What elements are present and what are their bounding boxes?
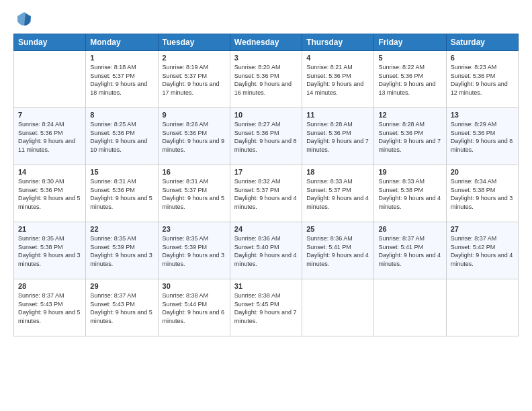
day-number: 12 xyxy=(378,111,441,119)
cell-content: Sunrise: 8:30 AMSunset: 5:36 PMDaylight:… xyxy=(18,177,81,211)
day-number: 15 xyxy=(90,168,153,176)
calendar-cell: 29Sunrise: 8:37 AMSunset: 5:43 PMDayligh… xyxy=(86,279,158,336)
day-number: 3 xyxy=(234,54,298,62)
calendar-week-row: 7Sunrise: 8:24 AMSunset: 5:36 PMDaylight… xyxy=(14,108,519,165)
cell-content: Sunrise: 8:28 AMSunset: 5:36 PMDaylight:… xyxy=(306,120,369,154)
day-number: 2 xyxy=(163,54,226,62)
calendar-cell: 23Sunrise: 8:35 AMSunset: 5:39 PMDayligh… xyxy=(158,222,230,279)
day-number: 9 xyxy=(163,111,226,119)
calendar-cell: 18Sunrise: 8:33 AMSunset: 5:37 PMDayligh… xyxy=(302,165,374,222)
day-number: 24 xyxy=(234,225,298,233)
calendar-cell: 4Sunrise: 8:21 AMSunset: 5:36 PMDaylight… xyxy=(302,51,374,108)
day-number: 10 xyxy=(234,111,298,119)
calendar-cell: 30Sunrise: 8:38 AMSunset: 5:44 PMDayligh… xyxy=(158,279,230,336)
cell-content: Sunrise: 8:37 AMSunset: 5:41 PMDaylight:… xyxy=(378,234,441,268)
calendar-cell: 2Sunrise: 8:19 AMSunset: 5:37 PMDaylight… xyxy=(158,51,230,108)
cell-content: Sunrise: 8:36 AMSunset: 5:41 PMDaylight:… xyxy=(306,234,369,268)
calendar-cell xyxy=(14,51,86,108)
cell-content: Sunrise: 8:31 AMSunset: 5:36 PMDaylight:… xyxy=(90,177,153,211)
calendar-cell: 28Sunrise: 8:37 AMSunset: 5:43 PMDayligh… xyxy=(14,279,86,336)
calendar-cell: 7Sunrise: 8:24 AMSunset: 5:36 PMDaylight… xyxy=(14,108,86,165)
calendar-cell: 20Sunrise: 8:34 AMSunset: 5:38 PMDayligh… xyxy=(446,165,518,222)
cell-content: Sunrise: 8:24 AMSunset: 5:36 PMDaylight:… xyxy=(18,120,81,154)
calendar-cell: 27Sunrise: 8:37 AMSunset: 5:42 PMDayligh… xyxy=(446,222,518,279)
calendar-cell: 3Sunrise: 8:20 AMSunset: 5:36 PMDaylight… xyxy=(230,51,302,108)
cell-content: Sunrise: 8:23 AMSunset: 5:36 PMDaylight:… xyxy=(451,63,514,97)
calendar-cell: 19Sunrise: 8:33 AMSunset: 5:38 PMDayligh… xyxy=(374,165,446,222)
calendar-cell: 12Sunrise: 8:28 AMSunset: 5:36 PMDayligh… xyxy=(374,108,446,165)
cell-content: Sunrise: 8:38 AMSunset: 5:44 PMDaylight:… xyxy=(163,291,226,325)
cell-content: Sunrise: 8:38 AMSunset: 5:45 PMDaylight:… xyxy=(234,291,298,325)
calendar-cell xyxy=(302,279,374,336)
calendar-cell: 10Sunrise: 8:27 AMSunset: 5:36 PMDayligh… xyxy=(230,108,302,165)
cell-content: Sunrise: 8:35 AMSunset: 5:39 PMDaylight:… xyxy=(90,234,153,268)
day-number: 13 xyxy=(451,111,514,119)
calendar-week-row: 14Sunrise: 8:30 AMSunset: 5:36 PMDayligh… xyxy=(14,165,519,222)
calendar-header-row: SundayMondayTuesdayWednesdayThursdayFrid… xyxy=(14,34,519,51)
calendar-table: SundayMondayTuesdayWednesdayThursdayFrid… xyxy=(13,34,519,336)
cell-content: Sunrise: 8:34 AMSunset: 5:38 PMDaylight:… xyxy=(451,177,514,211)
day-number: 19 xyxy=(378,168,441,176)
cell-content: Sunrise: 8:33 AMSunset: 5:37 PMDaylight:… xyxy=(306,177,369,211)
day-number: 7 xyxy=(18,111,81,119)
main-container: SundayMondayTuesdayWednesdayThursdayFrid… xyxy=(0,0,532,411)
cell-content: Sunrise: 8:29 AMSunset: 5:36 PMDaylight:… xyxy=(451,120,514,154)
day-number: 25 xyxy=(306,225,369,233)
cell-content: Sunrise: 8:36 AMSunset: 5:40 PMDaylight:… xyxy=(234,234,298,268)
day-number: 27 xyxy=(451,225,514,233)
calendar-cell: 5Sunrise: 8:22 AMSunset: 5:36 PMDaylight… xyxy=(374,51,446,108)
calendar-cell xyxy=(374,279,446,336)
day-number: 4 xyxy=(306,54,369,62)
day-number: 16 xyxy=(163,168,226,176)
calendar-day-header: Monday xyxy=(86,34,158,51)
day-number: 26 xyxy=(378,225,441,233)
cell-content: Sunrise: 8:19 AMSunset: 5:37 PMDaylight:… xyxy=(163,63,226,97)
calendar-cell: 21Sunrise: 8:35 AMSunset: 5:38 PMDayligh… xyxy=(14,222,86,279)
calendar-week-row: 1Sunrise: 8:18 AMSunset: 5:37 PMDaylight… xyxy=(14,51,519,108)
day-number: 18 xyxy=(306,168,369,176)
calendar-day-header: Sunday xyxy=(14,34,86,51)
cell-content: Sunrise: 8:32 AMSunset: 5:37 PMDaylight:… xyxy=(234,177,298,211)
cell-content: Sunrise: 8:21 AMSunset: 5:36 PMDaylight:… xyxy=(306,63,369,97)
cell-content: Sunrise: 8:25 AMSunset: 5:36 PMDaylight:… xyxy=(90,120,153,154)
cell-content: Sunrise: 8:26 AMSunset: 5:36 PMDaylight:… xyxy=(163,120,226,154)
calendar-week-row: 28Sunrise: 8:37 AMSunset: 5:43 PMDayligh… xyxy=(14,279,519,336)
cell-content: Sunrise: 8:35 AMSunset: 5:39 PMDaylight:… xyxy=(163,234,226,268)
day-number: 23 xyxy=(163,225,226,233)
cell-content: Sunrise: 8:37 AMSunset: 5:43 PMDaylight:… xyxy=(90,291,153,325)
cell-content: Sunrise: 8:20 AMSunset: 5:36 PMDaylight:… xyxy=(234,63,298,97)
day-number: 21 xyxy=(18,225,81,233)
calendar-day-header: Saturday xyxy=(446,34,518,51)
calendar-cell: 26Sunrise: 8:37 AMSunset: 5:41 PMDayligh… xyxy=(374,222,446,279)
calendar-cell: 24Sunrise: 8:36 AMSunset: 5:40 PMDayligh… xyxy=(230,222,302,279)
day-number: 1 xyxy=(90,54,153,62)
day-number: 6 xyxy=(451,54,514,62)
logo-icon xyxy=(16,11,32,27)
cell-content: Sunrise: 8:35 AMSunset: 5:38 PMDaylight:… xyxy=(18,234,81,268)
calendar-cell: 25Sunrise: 8:36 AMSunset: 5:41 PMDayligh… xyxy=(302,222,374,279)
calendar-cell: 11Sunrise: 8:28 AMSunset: 5:36 PMDayligh… xyxy=(302,108,374,165)
logo xyxy=(13,11,32,27)
day-number: 14 xyxy=(18,168,81,176)
calendar-cell: 17Sunrise: 8:32 AMSunset: 5:37 PMDayligh… xyxy=(230,165,302,222)
calendar-cell: 16Sunrise: 8:31 AMSunset: 5:37 PMDayligh… xyxy=(158,165,230,222)
cell-content: Sunrise: 8:37 AMSunset: 5:43 PMDaylight:… xyxy=(18,291,81,325)
day-number: 29 xyxy=(90,282,153,290)
day-number: 11 xyxy=(306,111,369,119)
cell-content: Sunrise: 8:22 AMSunset: 5:36 PMDaylight:… xyxy=(378,63,441,97)
calendar-cell: 13Sunrise: 8:29 AMSunset: 5:36 PMDayligh… xyxy=(446,108,518,165)
day-number: 5 xyxy=(378,54,441,62)
calendar-cell: 31Sunrise: 8:38 AMSunset: 5:45 PMDayligh… xyxy=(230,279,302,336)
calendar-day-header: Friday xyxy=(374,34,446,51)
day-number: 28 xyxy=(18,282,81,290)
calendar-cell: 1Sunrise: 8:18 AMSunset: 5:37 PMDaylight… xyxy=(86,51,158,108)
cell-content: Sunrise: 8:31 AMSunset: 5:37 PMDaylight:… xyxy=(163,177,226,211)
calendar-week-row: 21Sunrise: 8:35 AMSunset: 5:38 PMDayligh… xyxy=(14,222,519,279)
calendar-cell: 14Sunrise: 8:30 AMSunset: 5:36 PMDayligh… xyxy=(14,165,86,222)
day-number: 17 xyxy=(234,168,298,176)
calendar-cell xyxy=(446,279,518,336)
calendar-day-header: Tuesday xyxy=(158,34,230,51)
calendar-cell: 22Sunrise: 8:35 AMSunset: 5:39 PMDayligh… xyxy=(86,222,158,279)
day-number: 22 xyxy=(90,225,153,233)
cell-content: Sunrise: 8:28 AMSunset: 5:36 PMDaylight:… xyxy=(378,120,441,154)
